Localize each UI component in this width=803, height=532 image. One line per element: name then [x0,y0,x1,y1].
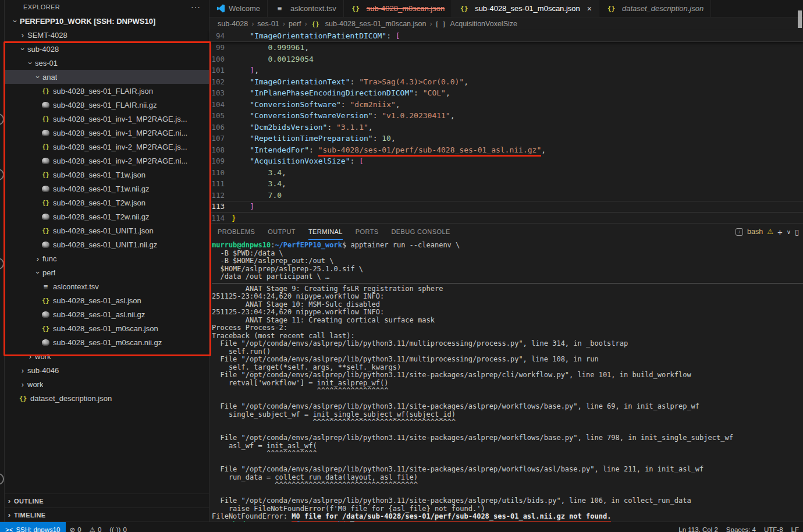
code-line[interactable]: 106 "Dcm2bidsVersion": "3.1.1", [209,122,803,133]
editor-group: Welcome≡aslcontext.tsv{}sub-4028_m0scan.… [209,0,803,532]
terminal-output[interactable]: murrub@dnpws10:~/PerfEPP10_work$ apptain… [212,242,803,522]
line-number: 108 [209,146,232,154]
breadcrumb-item[interactable]: perf [289,20,301,28]
panel-tab-problems[interactable]: PROBLEMS [218,224,255,240]
tree-file-item[interactable]: sub-4028_ses-01_inv-1_MP2RAGE.ni... [5,126,209,140]
chevron-right-icon: › [18,366,27,375]
line-number: 100 [209,55,232,63]
close-icon[interactable]: × [587,4,592,13]
code-line[interactable]: 112 7.0 [209,190,803,201]
shell-name[interactable]: bash [747,228,763,236]
activity-icon-partial[interactable] [0,169,4,180]
tab-sub-4028_ses-01_m0scan.json[interactable]: {}sub-4028_ses-01_m0scan.json× [452,0,599,17]
tree-file-item[interactable]: sub-4028_ses-01_m0scan.nii.gz [5,335,209,349]
tree-file-item[interactable]: {}sub-4028_ses-01_FLAIR.json [5,84,209,98]
panel-tab-output[interactable]: OUTPUT [268,224,296,240]
code-line[interactable]: 105 "ConversionSoftwareVersion": "v1.0.2… [209,110,803,122]
tab-aslcontext.tsv[interactable]: ≡aslcontext.tsv [268,0,344,17]
status-warning[interactable]: ⚠0 [86,522,106,532]
tab-dataset_description.json[interactable]: {}dataset_description.json [599,0,711,17]
activity-icon-partial[interactable] [0,114,4,125]
tab-sub-4028_m0scan.json[interactable]: {}sub-4028_m0scan.json [344,0,452,17]
sticky-scroll-line[interactable]: 94 "ImageOrientationPatientDICOM": [ [209,30,803,42]
tree-folder-item[interactable]: ›func [5,251,209,265]
breadcrumb-item[interactable]: ses-01 [257,20,279,28]
sidebar-section-timeline[interactable]: ›TIMELINE [5,508,209,522]
tree-file-item[interactable]: {}sub-4028_ses-01_T1w.json [5,168,209,182]
line-number: 105 [209,111,232,120]
code-line[interactable]: 102 "ImageOrientationText": "Tra>Sag(4.3… [209,76,803,88]
tree-file-item[interactable]: {}sub-4028_ses-01_inv-2_MP2RAGE.js... [5,140,209,154]
status-broadcast[interactable]: ((·))0 [105,522,131,532]
tree-file-item[interactable]: sub-4028_ses-01_inv-2_MP2RAGE.ni... [5,154,209,168]
tree-file-item[interactable]: {}sub-4028_ses-01_T2w.json [5,196,209,210]
editor[interactable]: 94 "ImageOrientationPatientDICOM": [ 99 … [209,30,803,223]
tree-folder-item[interactable]: ›work [5,349,209,363]
code-line[interactable]: 113 ] [209,201,803,212]
tree-file-item[interactable]: sub-4028_ses-01_FLAIR.nii.gz [5,98,209,112]
panel-tab-debug-console[interactable]: DEBUG CONSOLE [392,224,450,240]
sidebar-section-outline[interactable]: ›OUTLINE [5,494,209,508]
tree-file-item[interactable]: sub-4028_ses-01_T1w.nii.gz [5,182,209,196]
tree-file-item[interactable]: {}sub-4028_ses-01_UNIT1.json [5,224,209,237]
panel-tab-ports[interactable]: PORTS [356,224,379,240]
status-error[interactable]: ⊘0 [66,522,86,532]
tab-Welcome[interactable]: Welcome [209,0,268,17]
terminal-line: self._target(*self._args, **self._kwargs… [212,364,803,372]
broadcast-icon: ((·)) [109,522,120,532]
tree-folder-item[interactable]: ›perf [5,265,209,279]
tree-file-item[interactable]: {}sub-4028_ses-01_m0scan.json [5,321,209,335]
explorer-sidebar: EXPLORER ··· ›PERFEPP10_WORK [SSH: DNPWS… [5,0,209,522]
code-line[interactable]: 111 3.4, [209,178,803,190]
code-line[interactable]: 104 "ConversionSoftware": "dcm2niix", [209,99,803,111]
breadcrumb-item[interactable]: sub-4028 [218,20,248,28]
more-actions-icon[interactable]: ··· [191,2,201,12]
tree-folder-item[interactable]: ›PERFEPP10_WORK [SSH: DNPWS10] [5,14,209,28]
breadcrumb-item[interactable]: [ ]AcquisitionVoxelSize [436,20,517,28]
tree-folder-item[interactable]: ›sub-4046 [5,363,209,377]
activity-bar[interactable] [0,0,5,522]
terminal-dropdown-icon[interactable]: ∨ [787,229,791,235]
nifti-brain-icon [41,311,51,318]
activity-icon-partial[interactable] [0,473,4,485]
code-line[interactable]: 108 "IntendedFor": "sub-4028/ses-01/perf… [209,144,803,156]
code-line[interactable]: 109 "AcquisitionVoxelSize": [ [209,155,803,167]
tree-file-item[interactable]: sub-4028_ses-01_T2w.nii.gz [5,210,209,224]
code-line[interactable]: 110 3.4, [209,167,803,179]
status-bar: >< SSH: dnpws10 ⊘0⚠0((·))0 Ln 113, Col 2… [0,522,803,532]
code-line[interactable]: 107 "RepetitionTimePreparation": 10, [209,133,803,144]
breadcrumb-item[interactable]: {}sub-4028_ses-01_m0scan.json [311,20,427,28]
tree-folder-item[interactable]: ›work [5,377,209,391]
tree-folder-item[interactable]: ›ses-01 [5,56,209,70]
code-line[interactable]: 114} [209,212,803,224]
status-item[interactable]: Ln 113, Col 2 [674,522,722,532]
breadcrumb[interactable]: sub-4028›ses-01›perf›{}sub-4028_ses-01_m… [209,17,803,30]
panel-tab-terminal[interactable]: TERMINAL [308,224,343,240]
new-terminal-button[interactable]: + [777,227,783,237]
tree-file-item[interactable]: sub-4028_ses-01_asl.nii.gz [5,307,209,321]
tree-file-item[interactable]: {}sub-4028_ses-01_inv-1_MP2RAGE.js... [5,112,209,126]
code-line[interactable]: 101 ], [209,65,803,76]
split-terminal-icon[interactable]: ▯ [795,228,800,236]
remote-indicator[interactable]: >< SSH: dnpws10 [0,522,66,532]
code-line[interactable]: 100 0.00129054 [209,54,803,65]
tree-folder-item[interactable]: ›sub-4028 [5,42,209,56]
editor-scrollbar[interactable] [798,10,802,28]
code-line[interactable]: 103 "InPlanePhaseEncodingDirectionDICOM"… [209,87,803,99]
tree-folder-item[interactable]: ›SEMT-4028 [5,28,209,42]
line-number: 104 [209,100,232,109]
tree-file-item[interactable]: {}dataset_description.json [5,391,209,405]
tree-file-item[interactable]: {}sub-4028_ses-01_asl.json [5,293,209,307]
code-area[interactable]: 99 0.999961,100 0.00129054101 ],102 "Ima… [209,42,803,224]
tree-folder-item[interactable]: ›anat [5,70,209,84]
tree-item-label: perf [42,268,55,277]
status-item[interactable]: LF [787,522,803,532]
nifti-brain-icon [41,214,51,220]
tree-file-item[interactable]: sub-4028_ses-01_UNIT1.nii.gz [5,237,209,251]
code-line[interactable]: 99 0.999961, [209,42,803,54]
code-line[interactable]: 94 "ImageOrientationPatientDICOM": [ [209,30,803,42]
status-item[interactable]: UTF-8 [760,522,787,532]
status-item[interactable]: Spaces: 4 [722,522,760,532]
tree-file-item[interactable]: ≡aslcontext.tsv [5,279,209,293]
activity-icon-partial[interactable] [0,258,4,269]
